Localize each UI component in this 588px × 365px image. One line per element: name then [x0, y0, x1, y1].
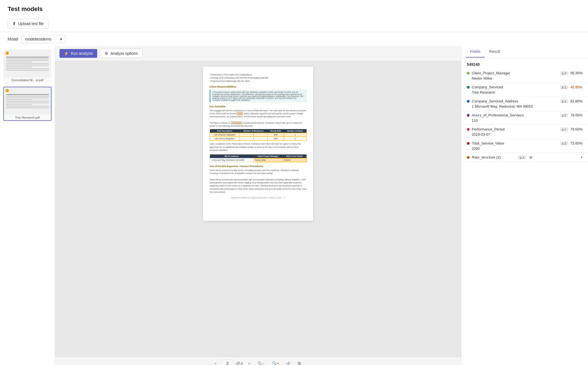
field-dot-0: [467, 72, 470, 75]
field-dot-2: [467, 100, 470, 103]
field-name-6: Rate_structure (2): [472, 155, 515, 159]
field-name-4: Performance_Period: [472, 127, 557, 131]
filter-icon: ⚙: [105, 51, 108, 56]
page-of-label: of 4: [236, 361, 243, 365]
upload-button[interactable]: ⬆ Upload test file: [8, 19, 48, 29]
model-value: modeltestdemo: [25, 37, 52, 41]
field-page-4: p.1: [560, 127, 568, 131]
field-item-2: Company_Serviced_Address p.1 82.80% 1 Mi…: [461, 97, 588, 111]
results-panel: Fields Result 549240 Client_Project_Mana…: [461, 46, 588, 365]
zoom-in-button[interactable]: 🔍+: [270, 360, 281, 365]
field-value-5: 2200: [472, 146, 582, 151]
field-item-3: Hours_of_Professional_Serviecs p.2 79.50…: [461, 111, 588, 125]
upload-icon: ⬆: [12, 21, 16, 26]
model-row: Model modeltestdemo ▾: [0, 32, 588, 46]
doc-page: • Performance of all installs and config…: [203, 67, 313, 221]
field-value-1: Trey Research: [472, 90, 582, 94]
run-icon: ⚡: [64, 51, 69, 56]
field-item-1: Company_Serviced p.1 45.90% Trey Researc…: [461, 83, 588, 97]
rate-table: Role Description Number of Resources Hou…: [210, 129, 307, 141]
field-confidence-4: 79.50%: [570, 127, 582, 131]
doc-viewer: ⚡ Run analysis ⚙ Analyze options • Perfo…: [55, 46, 461, 365]
chevron-down-icon: ▾: [60, 37, 62, 41]
field-id-value: 549240: [461, 60, 588, 69]
analyze-options-button[interactable]: ⚙ Analyze options: [100, 49, 142, 58]
prev-page-button[interactable]: ‹: [213, 360, 219, 365]
field-item-6: Rate_structure (2) p.2 ⊞ ▾: [461, 153, 588, 162]
field-value-2: 1 Microsoft Way, Redmond, WA 98052: [472, 104, 582, 108]
model-selector[interactable]: modeltestdemo ▾: [21, 35, 66, 43]
field-name-5: Total_Service_Value: [472, 141, 557, 145]
main-content: Consolidated M... er.pdf Trey Research.p…: [0, 46, 588, 365]
field-confidence-5: 73.60%: [570, 141, 582, 145]
field-value-4: 2019-03-07: [472, 132, 582, 137]
field-page-3: p.2: [560, 113, 568, 117]
viewer-footer: ‹ of 4 › 🔍− 🔍+ ↺ ⊞: [55, 357, 461, 365]
field-item-0: Client_Project_Manager p.2 95.30% Nestor…: [461, 69, 588, 83]
field-name-3: Hours_of_Professional_Serviecs: [472, 113, 557, 117]
file-sidebar: Consolidated M... er.pdf Trey Research.p…: [0, 46, 55, 365]
field-page-2: p.1: [560, 99, 568, 103]
field-value-0: Nestor Wilke: [472, 76, 582, 80]
field-confidence-2: 82.80%: [570, 99, 582, 103]
page-header: Test models: [0, 0, 588, 15]
field-dot-1: [467, 86, 470, 89]
field-page-5: p.2: [560, 141, 568, 145]
table-icon-6[interactable]: ⊞: [529, 155, 532, 159]
field-item-5: Total_Service_Value p.2 73.60% 2200: [461, 139, 588, 153]
field-confidence-3: 79.50%: [570, 113, 582, 117]
model-label: Model: [8, 37, 18, 41]
rotate-button[interactable]: ↺: [284, 360, 292, 365]
file-name-1: Consolidated M... er.pdf: [4, 77, 51, 83]
expand-icon-6[interactable]: ▾: [581, 156, 582, 159]
field-confidence-1: 45.90%: [570, 85, 582, 89]
results-tabs: Fields Result: [461, 46, 588, 58]
field-dot-4: [467, 128, 470, 131]
field-name-0: Client_Project_Manager: [472, 71, 557, 75]
field-page-0: p.2: [560, 71, 568, 75]
zoom-out-button[interactable]: 🔍−: [255, 360, 267, 365]
field-dot-5: [467, 142, 470, 145]
file-dot-1: [6, 51, 9, 55]
file-dot-2: [6, 89, 9, 92]
doc-page-area: • Performance of all installs and config…: [55, 61, 461, 357]
field-page-1: p.1: [560, 85, 568, 89]
field-confidence-0: 95.30%: [570, 71, 582, 75]
tab-result[interactable]: Result: [485, 46, 505, 58]
field-dot-6: [467, 156, 470, 159]
field-page-6: p.2: [518, 156, 526, 159]
viewer-toolbar: ⚡ Run analysis ⚙ Analyze options: [55, 46, 461, 61]
run-analysis-button[interactable]: ⚡ Run analysis: [59, 49, 97, 58]
toolbar: ⬆ Upload test file: [0, 15, 588, 32]
field-dot-3: [467, 114, 470, 117]
page-number-input[interactable]: [222, 360, 233, 365]
results-content: 549240 Client_Project_Manager p.2 95.30%…: [461, 58, 588, 365]
field-name-1: Company_Serviced: [472, 85, 557, 89]
next-page-button[interactable]: ›: [246, 360, 252, 365]
page-title: Test models: [8, 6, 580, 13]
tab-fields[interactable]: Fields: [466, 46, 485, 58]
footer-table: Bill To Address Client Project Manager C…: [210, 154, 307, 162]
file-name-2: Trey Research.pdf: [4, 115, 51, 120]
field-value-3: 110: [472, 118, 582, 122]
file-thumb-2[interactable]: Trey Research.pdf: [3, 87, 52, 121]
file-thumb-1[interactable]: Consolidated M... er.pdf: [3, 49, 52, 83]
fit-button[interactable]: ⊞: [296, 360, 303, 365]
field-name-2: Company_Serviced_Address: [472, 99, 557, 103]
field-item-4: Performance_Period p.1 79.50% 2019-03-07: [461, 125, 588, 139]
